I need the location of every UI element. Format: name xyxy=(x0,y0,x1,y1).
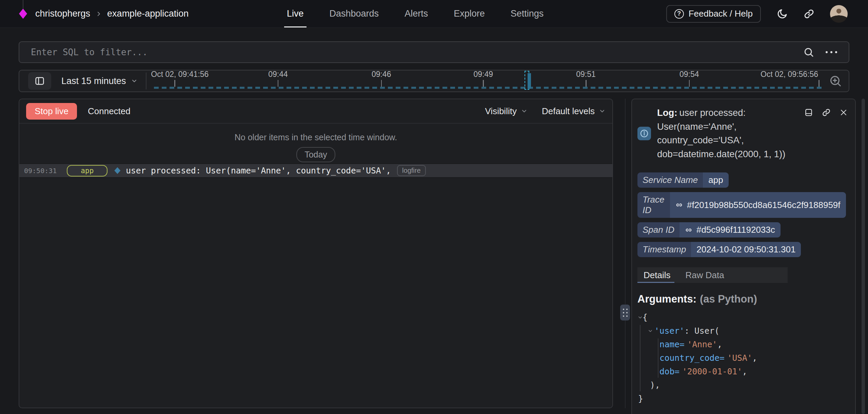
code-token-plain: , xyxy=(742,367,747,376)
code-line: name='Anne', xyxy=(637,338,855,351)
sidebar-toggle-button[interactable] xyxy=(28,72,51,90)
code-line: dob='2000-01-01', xyxy=(637,365,855,378)
breadcrumb-project[interactable]: example-application xyxy=(107,8,189,19)
stop-live-button[interactable]: Stop live xyxy=(26,103,77,120)
ellipsis-icon[interactable] xyxy=(826,51,837,53)
sql-filter-bar xyxy=(19,41,849,63)
nav-tab-dashboards[interactable]: Dashboards xyxy=(330,0,379,27)
chip-value-text: app xyxy=(708,175,723,185)
sql-filter-input[interactable] xyxy=(31,47,803,57)
code-line: country_code='USA', xyxy=(637,351,855,365)
chevron-down-icon xyxy=(599,108,606,115)
info-icon xyxy=(637,127,651,140)
chip-value: 2024-10-02 09:50:31.301 xyxy=(691,242,801,257)
panel-splitter-line xyxy=(625,99,626,408)
top-nav: christophergs example-application LiveDa… xyxy=(0,0,868,28)
tick-label: 09:49 xyxy=(474,70,493,79)
chip-value: #d5c996f11192033c xyxy=(679,222,781,237)
code-token-str: 'Anne' xyxy=(687,339,717,349)
tick-line xyxy=(689,80,690,87)
log-level-diamond-icon xyxy=(114,167,120,174)
visibility-label: Visibility xyxy=(485,106,516,117)
metadata-chip-service-name: Service Nameapp xyxy=(637,172,729,188)
log-tag: logfire xyxy=(397,165,426,176)
chip-value: app xyxy=(703,172,728,188)
metadata-chip-timestamp: Timestamp2024-10-02 09:50:31.301 xyxy=(637,242,801,257)
code-token-key: dob= xyxy=(659,367,679,376)
connection-status: Connected xyxy=(88,106,131,117)
arguments-mode: (as Python) xyxy=(700,293,757,305)
arguments-code: {'user': User(name='Anne',country_code='… xyxy=(637,311,855,406)
tick-line xyxy=(278,80,279,87)
code-token-key: name= xyxy=(659,339,685,349)
code-token-key: country_code= xyxy=(659,353,725,363)
chip-label: Span ID xyxy=(637,222,679,237)
moon-icon[interactable] xyxy=(776,8,788,20)
tick-line xyxy=(818,80,820,87)
chip-value: #f2019b98b550cd8a61546c2f9188959f xyxy=(670,192,846,218)
nav-right: ? Feedback / Help xyxy=(666,5,848,23)
link-icon[interactable] xyxy=(685,226,692,234)
details-header-icons xyxy=(804,108,848,117)
timeline-zoom-button[interactable] xyxy=(829,75,842,87)
code-line: 'user': User( xyxy=(637,324,855,338)
collapse-chevron-icon[interactable] xyxy=(648,328,653,334)
code-token-str: 'USA' xyxy=(727,353,752,363)
link-icon[interactable] xyxy=(804,8,814,19)
details-title: Log:user processed: User(name='Anne', co… xyxy=(657,106,786,161)
time-range-select[interactable]: Last 15 minutes xyxy=(61,76,138,86)
metadata-chip-span-id: Span ID#d5c996f11192033c xyxy=(637,222,781,237)
details-tab-raw-data[interactable]: Raw Data xyxy=(685,267,724,283)
empty-zone: No older items in the selected time wind… xyxy=(19,132,612,162)
panel-splitter-handle[interactable] xyxy=(620,305,630,320)
feedback-help-label: Feedback / Help xyxy=(689,8,753,19)
today-button[interactable]: Today xyxy=(296,147,335,162)
code-token-plain: { xyxy=(643,312,648,322)
code-token-plain: ), xyxy=(650,380,660,390)
tick-line xyxy=(586,80,587,87)
log-row[interactable]: 09:50:31 app user processed: User(name='… xyxy=(19,163,612,178)
visibility-dropdown[interactable]: Visibility xyxy=(485,106,527,117)
details-tab-details[interactable]: Details xyxy=(644,267,670,283)
close-icon[interactable] xyxy=(840,108,848,117)
tick-label: Oct 02, 09:41:56 xyxy=(151,70,209,79)
chip-value-text: #f2019b98b550cd8a61546c2f9188959f xyxy=(687,200,841,210)
service-badge: app xyxy=(67,165,107,177)
chip-label: Trace ID xyxy=(637,192,670,218)
details-tabs: DetailsRaw Data xyxy=(637,267,788,283)
nav-tab-explore[interactable]: Explore xyxy=(454,0,485,27)
nav-tab-settings[interactable]: Settings xyxy=(511,0,544,27)
avatar[interactable] xyxy=(830,5,848,23)
feedback-help-button[interactable]: ? Feedback / Help xyxy=(666,5,761,23)
empty-message: No older items in the selected time wind… xyxy=(19,132,612,142)
tick-label: 09:51 xyxy=(576,70,596,79)
code-token-plain: } xyxy=(638,394,643,403)
time-range-bar: Last 15 minutes Oct 02, 09:41:5609:4409:… xyxy=(19,70,849,92)
timeline[interactable]: Oct 02, 09:41:5609:4409:4609:4909:5109:5… xyxy=(151,70,826,91)
chevron-down-icon xyxy=(131,78,138,84)
log-timestamp: 09:50:31 xyxy=(24,167,57,175)
link-icon[interactable] xyxy=(675,201,683,209)
tick-label: Oct 02, 09:56:56 xyxy=(761,70,818,79)
tick-line xyxy=(483,80,484,87)
metadata-chips: Service NameappTrace ID#f2019b98b550cd8a… xyxy=(637,172,850,257)
log-message: user processed: User(name='Anne', countr… xyxy=(126,166,391,175)
tick-line xyxy=(381,80,382,87)
code-line: } xyxy=(637,392,855,406)
page-scrollbar[interactable] xyxy=(862,99,865,414)
breadcrumb-org[interactable]: christophergs xyxy=(35,8,90,19)
nav-tab-alerts[interactable]: Alerts xyxy=(405,0,428,27)
default-levels-dropdown[interactable]: Default levels xyxy=(542,106,606,117)
collapse-chevron-icon[interactable] xyxy=(637,315,643,320)
search-icon[interactable] xyxy=(803,47,814,58)
chip-value-text: #d5c996f11192033c xyxy=(696,225,775,235)
chip-label: Service Name xyxy=(637,172,703,188)
split-panel-icon[interactable] xyxy=(804,108,813,117)
nav-tab-live[interactable]: Live xyxy=(287,0,304,27)
default-levels-label: Default levels xyxy=(542,106,595,117)
link-icon[interactable] xyxy=(822,108,831,117)
drag-dots-icon xyxy=(623,309,628,317)
code-line: ), xyxy=(637,378,855,392)
tick-label: 09:44 xyxy=(268,70,288,79)
timeline-spike-bar xyxy=(528,73,531,89)
